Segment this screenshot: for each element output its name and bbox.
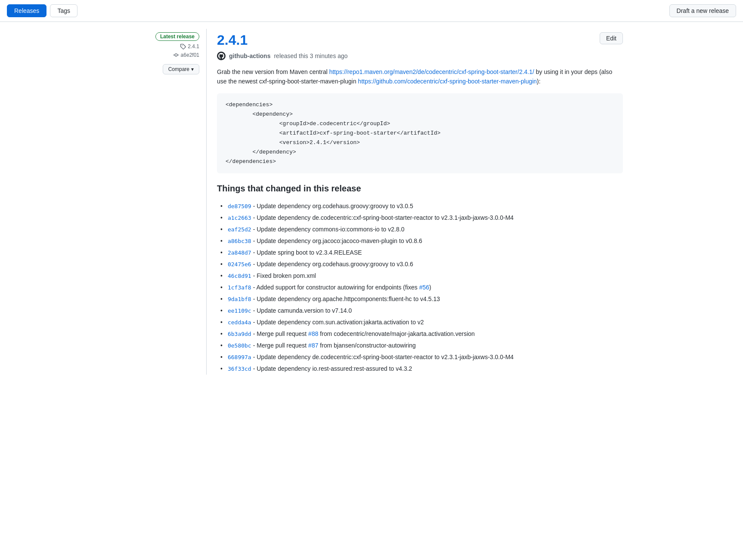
compare-label: Compare [168,66,189,72]
commit-hash-link[interactable]: 46c8d91 [228,272,251,280]
commit-hash-link[interactable]: a86bc38 [228,237,251,246]
commit-hash-link[interactable]: eaf25d2 [228,225,251,234]
avatar [217,52,226,60]
commit-hash-link[interactable]: 1cf3af8 [228,283,251,292]
list-item: 1cf3af8 - Added support for constructor … [217,282,623,293]
sidebar-tag-value: 2.4.1 [188,43,199,49]
commit-hash-link[interactable]: ee1109c [228,307,251,315]
commit-hash-link[interactable]: 6b3a9dd [228,330,251,338]
plugin-link[interactable]: https://github.com/codecentric/cxf-sprin… [358,78,537,85]
list-item: eaf25d2 - Update dependency commons-io:c… [217,224,623,235]
list-item: a1c2663 - Update dependency de.codecentr… [217,212,623,224]
change-text: - Update dependency com.sun.activation:j… [253,318,424,327]
edit-button[interactable]: Edit [600,32,623,44]
list-item: ee1109c - Update camunda.version to v7.1… [217,305,623,317]
commit-hash-link[interactable]: 668997a [228,353,251,362]
change-text: - Update dependency de.codecentric:cxf-s… [253,213,514,222]
description-prefix: Grab the new version from Maven central [217,68,329,75]
commit-hash-link[interactable]: 9da1bf8 [228,295,251,304]
sidebar-tag: 2.4.1 [180,43,199,49]
list-item: 36f33cd - Update dependency io.rest-assu… [217,363,623,375]
tags-tab[interactable]: Tags [50,4,77,17]
release-meta: github-actions released this 3 minutes a… [217,52,623,60]
issue-link[interactable]: #87 [308,342,318,349]
release-description: Grab the new version from Maven central … [217,67,623,86]
release-header: 2.4.1 Edit [217,32,623,48]
list-item: cedda4a - Update dependency com.sun.acti… [217,317,623,328]
list-item: 0e580bc - Merge pull request #87 from bj… [217,340,623,351]
change-text: - Update dependency org.jacoco:jacoco-ma… [253,237,422,246]
release-time-meta: released this 3 minutes ago [274,52,347,59]
list-item: 9da1bf8 - Update dependency org.apache.h… [217,293,623,305]
description-suffix: ): [537,78,541,85]
content-area: Latest release 2.4.1 a6e2f01 Compare ▾ 2… [113,22,630,382]
issue-link[interactable]: #56 [419,284,429,291]
list-item: 02475e6 - Update dependency org.codehaus… [217,258,623,270]
commit-hash-link[interactable]: a1c2663 [228,214,251,222]
code-block: <dependencies> <dependency> <groupId>de.… [217,93,623,174]
list-item: de87509 - Update dependency org.codehaus… [217,200,623,212]
change-text: - Update camunda.version to v7.14.0 [253,306,352,315]
change-text: - Update dependency commons-io:commons-i… [253,225,405,234]
change-text: - Update dependency org.codehaus.groovy:… [253,260,413,269]
draft-release-button[interactable]: Draft a new release [669,4,736,17]
change-text: - Merge pull request #88 from codecentri… [253,329,475,338]
changes-title: Things that changed in this release [217,184,623,194]
list-item: 2a848d7 - Update spring boot to v2.3.4.R… [217,247,623,258]
compare-button[interactable]: Compare ▾ [163,64,199,74]
sidebar-commit: a6e2f01 [173,52,199,58]
list-item: a86bc38 - Update dependency org.jacoco:j… [217,235,623,247]
change-text: - Update dependency de.codecentric:cxf-s… [253,353,514,362]
commit-hash-link[interactable]: 2a848d7 [228,249,251,257]
top-navigation: Releases Tags Draft a new release [0,0,743,22]
change-text: - Update dependency org.codehaus.groovy:… [253,202,413,211]
sidebar-commit-value: a6e2f01 [181,52,199,58]
tag-icon [180,43,186,49]
commit-hash-link[interactable]: cedda4a [228,318,251,327]
chevron-down-icon: ▾ [191,66,194,72]
maven-link[interactable]: https://repo1.maven.org/maven2/de/codece… [329,68,534,75]
commit-hash-link[interactable]: 02475e6 [228,260,251,269]
change-text: - Update dependency io.rest-assured:rest… [253,364,412,373]
change-text: - Merge pull request #87 from bjansen/co… [253,341,416,350]
change-text: - Added support for constructor autowiri… [253,283,431,292]
list-item: 46c8d91 - Fixed broken pom.xml [217,270,623,282]
commit-hash-link[interactable]: 0e580bc [228,342,251,350]
change-text: - Fixed broken pom.xml [253,271,316,280]
release-title: 2.4.1 [217,32,248,48]
list-item: 6b3a9dd - Merge pull request #88 from co… [217,328,623,340]
release-author: github-actions [229,52,270,59]
commit-hash-link[interactable]: 36f33cd [228,365,251,373]
main-content: 2.4.1 Edit github-actions released this … [206,29,623,375]
changes-list: de87509 - Update dependency org.codehaus… [217,200,623,375]
latest-release-badge: Latest release [155,32,199,41]
releases-tab[interactable]: Releases [7,4,46,17]
change-text: - Update spring boot to v2.3.4.RELEASE [253,248,362,257]
commit-icon [173,52,179,58]
commit-hash-link[interactable]: de87509 [228,202,251,211]
change-text: - Update dependency org.apache.httpcompo… [253,295,440,304]
sidebar: Latest release 2.4.1 a6e2f01 Compare ▾ [120,29,206,375]
issue-link[interactable]: #88 [308,330,318,337]
list-item: 668997a - Update dependency de.codecentr… [217,351,623,363]
